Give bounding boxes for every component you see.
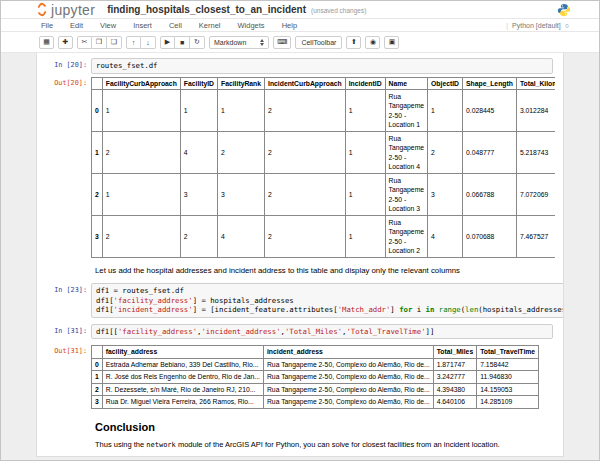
celltoolbar-button[interactable]: CellToolbar xyxy=(295,36,342,49)
markdown-cell-note[interactable]: Let us add the hospital addresses and in… xyxy=(95,266,553,275)
menu-bar: FileEditViewInsertCellKernelWidgetsHelp … xyxy=(1,18,599,32)
jupyter-logo-icon xyxy=(37,4,48,16)
inline-code-network: network xyxy=(146,441,176,449)
paste-cell-button[interactable]: ❏ xyxy=(107,36,122,49)
extension-button-2[interactable]: ◉ xyxy=(365,36,380,49)
jupyter-window: jupyter finding_hospitals_closest_to_an_… xyxy=(0,0,600,461)
output-area: facility_addressincident_addressTotal_Mi… xyxy=(91,344,553,409)
kernel-divider: | xyxy=(506,22,508,29)
notebook-background: In [20]: routes_fset.df Out[20]: Facilit… xyxy=(1,53,599,461)
cell-type-value: Markdown xyxy=(214,39,246,46)
conclusion-text: Thus using the network module of the Arc… xyxy=(95,440,553,449)
menu-widgets[interactable]: Widgets xyxy=(238,21,265,30)
menu-kernel[interactable]: Kernel xyxy=(199,21,221,30)
move-cell-down-button[interactable]: ↓ xyxy=(141,36,156,49)
menu-file[interactable]: File xyxy=(41,21,53,30)
markdown-cell-conclusion[interactable]: Conclusion Thus using the network module… xyxy=(95,421,553,449)
dataframe-table-routes: FacilityCurbApproachFacilityIDFacilityRa… xyxy=(91,77,555,259)
menu-help[interactable]: Help xyxy=(282,21,297,30)
run-cell-button[interactable]: ▶ xyxy=(160,36,175,49)
code-cell-in23[interactable]: In [23]: df1 = routes_fset.dfdf1['facili… xyxy=(43,283,553,318)
code-cell-in20[interactable]: In [20]: routes_fset.df xyxy=(43,58,553,74)
restart-kernel-button[interactable]: ↻ xyxy=(190,36,205,49)
kernel-name: Python [default] xyxy=(512,22,561,29)
input-prompt: In [20]: xyxy=(43,58,91,74)
kernel-indicator: | Python [default] ○ xyxy=(506,22,569,29)
output-cell-out20: Out[20]: FacilityCurbApproachFacilityIDF… xyxy=(43,76,553,259)
toolbar: ▦✚✂❐❏↑↓▶■↻ Markdown ⌨ CellToolbar ⬆◉▣ xyxy=(1,32,599,53)
save-button[interactable]: ▦ xyxy=(39,36,54,49)
menu-cell[interactable]: Cell xyxy=(169,21,182,30)
input-prompt: In [31]: xyxy=(43,324,91,340)
chevron-updown-icon xyxy=(260,39,264,46)
output-prompt: Out[20]: xyxy=(43,76,91,259)
code-input[interactable]: routes_fset.df xyxy=(91,58,553,74)
code-cell-in31[interactable]: In [31]: df1[['facility_address','incide… xyxy=(43,324,553,340)
insert-cell-below-button[interactable]: ✚ xyxy=(58,36,73,49)
extension-button-3[interactable]: ▣ xyxy=(384,36,399,49)
kernel-idle-icon: ○ xyxy=(565,22,569,29)
menu-edit[interactable]: Edit xyxy=(70,21,83,30)
notebook-title[interactable]: finding_hospitals_closest_to_an_incident xyxy=(107,4,306,15)
dataframe-table-addresses: facility_addressincident_addressTotal_Mi… xyxy=(91,345,553,409)
title-area: finding_hospitals_closest_to_an_incident… xyxy=(107,4,366,15)
jupyter-logo[interactable]: jupyter xyxy=(37,2,95,18)
cut-cell-button[interactable]: ✂ xyxy=(77,36,92,49)
cell-type-dropdown[interactable]: Markdown xyxy=(209,36,269,49)
output-prompt: Out[31]: xyxy=(43,344,91,409)
jupyter-logo-text: jupyter xyxy=(51,2,95,18)
autosave-status: (unsaved changes) xyxy=(311,7,366,14)
notebook-container: In [20]: routes_fset.df Out[20]: Facilit… xyxy=(36,53,564,457)
python-logo-icon xyxy=(557,3,571,17)
output-cell-out31: Out[31]: facility_addressincident_addres… xyxy=(43,344,553,409)
extension-button-1[interactable]: ⬆ xyxy=(346,36,361,49)
move-cell-up-button[interactable]: ↑ xyxy=(126,36,141,49)
code-input[interactable]: df1 = routes_fset.dfdf1['facility_addres… xyxy=(91,283,564,318)
input-prompt: In [23]: xyxy=(43,283,91,318)
output-area: FacilityCurbApproachFacilityIDFacilityRa… xyxy=(91,76,555,259)
code-input[interactable]: df1[['facility_address','incident_addres… xyxy=(91,324,553,340)
command-palette-button[interactable]: ⌨ xyxy=(273,36,291,49)
conclusion-heading: Conclusion xyxy=(95,421,553,433)
interrupt-kernel-button[interactable]: ■ xyxy=(175,36,190,49)
menu-insert[interactable]: Insert xyxy=(133,21,152,30)
keyboard-icon: ⌨ xyxy=(277,38,287,46)
menu-view[interactable]: View xyxy=(100,21,116,30)
copy-cell-button[interactable]: ❐ xyxy=(92,36,107,49)
header-bar: jupyter finding_hospitals_closest_to_an_… xyxy=(1,1,599,18)
